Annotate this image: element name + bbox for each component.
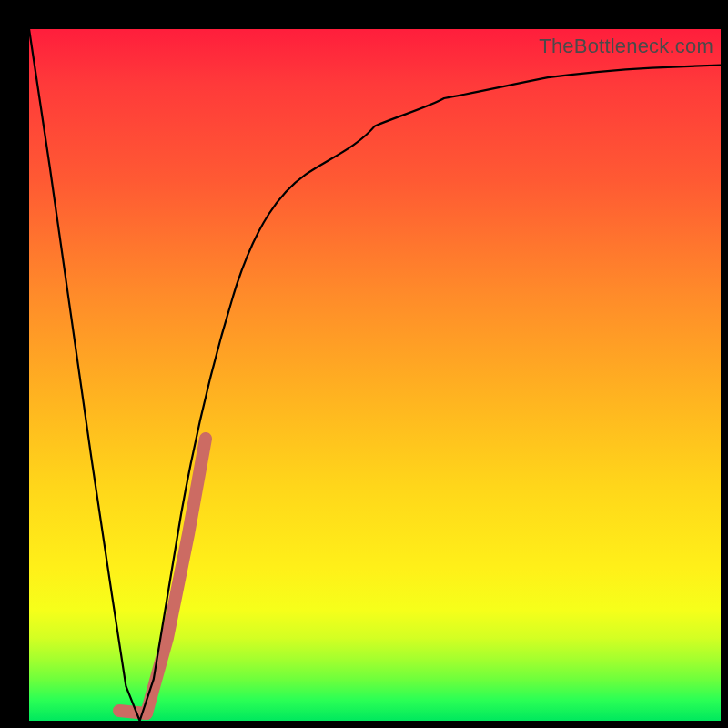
chart-overlay bbox=[29, 29, 721, 721]
chart-frame: TheBottleneck.com bbox=[0, 0, 728, 728]
bottleneck-curve bbox=[29, 29, 721, 721]
plot-area: TheBottleneck.com bbox=[29, 29, 721, 721]
